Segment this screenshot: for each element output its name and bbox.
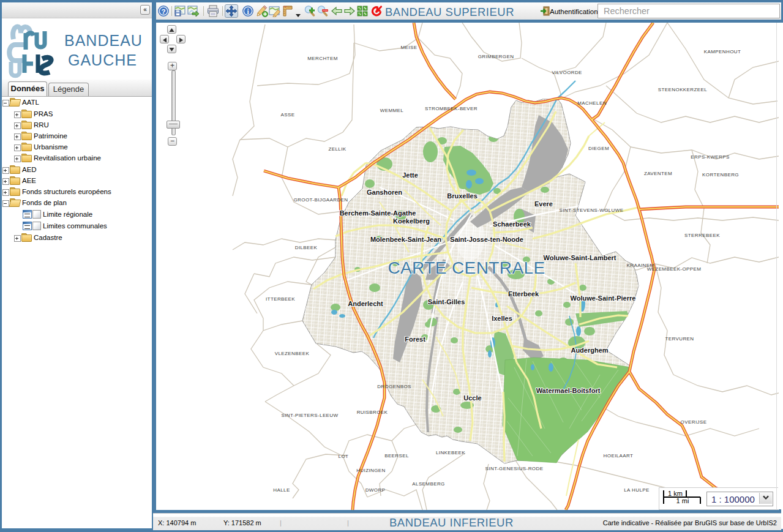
svg-text:Schaerbeek: Schaerbeek bbox=[493, 220, 531, 228]
svg-text:WEZEMBEEK-OPPEM: WEZEMBEEK-OPPEM bbox=[647, 266, 702, 272]
svg-text:DROGENBOS: DROGENBOS bbox=[377, 384, 411, 389]
svg-text:Auderghem: Auderghem bbox=[571, 347, 608, 354]
svg-text:SINT-PIETERS-LEEUW: SINT-PIETERS-LEEUW bbox=[282, 413, 339, 418]
svg-text:ASSE: ASSE bbox=[281, 112, 295, 118]
svg-text:ZAVENTEM: ZAVENTEM bbox=[644, 171, 672, 176]
svg-text:HALLE: HALLE bbox=[273, 487, 290, 493]
svg-text:LA HULPE: LA HULPE bbox=[624, 487, 649, 493]
svg-text:STEENOKKERZEEL: STEENOKKERZEEL bbox=[658, 87, 707, 92]
svg-text:OVERIJSE: OVERIJSE bbox=[681, 419, 707, 425]
svg-text:LOT: LOT bbox=[339, 454, 349, 459]
svg-text:Molenbeek-Saint-Jean: Molenbeek-Saint-Jean bbox=[370, 236, 441, 243]
svg-text:STROMBEEK-BEVER: STROMBEEK-BEVER bbox=[425, 106, 478, 111]
svg-text:Woluwe-Saint-Pierre: Woluwe-Saint-Pierre bbox=[571, 294, 636, 302]
svg-text:Anderlecht: Anderlecht bbox=[348, 300, 383, 307]
svg-text:HUIZINGEN: HUIZINGEN bbox=[356, 468, 386, 473]
svg-text:ALSEMBERG: ALSEMBERG bbox=[412, 481, 444, 487]
svg-text:Bruxelles: Bruxelles bbox=[447, 192, 478, 200]
svg-text:WEMMEL: WEMMEL bbox=[380, 108, 404, 113]
svg-text:KAMPENHOUT: KAMPENHOUT bbox=[704, 49, 741, 54]
svg-text:MACHELEN: MACHELEN bbox=[577, 100, 607, 106]
svg-text:1 mi: 1 mi bbox=[676, 497, 689, 504]
svg-text:Forest: Forest bbox=[405, 335, 425, 343]
svg-text:CARTE CENTRALE: CARTE CENTRALE bbox=[388, 258, 545, 277]
svg-text:VLEZENBEEK: VLEZENBEEK bbox=[275, 351, 310, 356]
svg-text:Jette: Jette bbox=[402, 171, 418, 179]
svg-text:GROOT-BIJGAARDEN: GROOT-BIJGAARDEN bbox=[293, 197, 348, 203]
svg-text:TERVUREN: TERVUREN bbox=[665, 336, 694, 342]
svg-text:MERCHTEM: MERCHTEM bbox=[307, 56, 337, 61]
svg-text:?: ? bbox=[161, 8, 165, 15]
svg-text:Uccle: Uccle bbox=[463, 394, 481, 402]
svg-text:Ganshoren: Ganshoren bbox=[367, 189, 402, 196]
svg-text:Watermael-Boitsfort: Watermael-Boitsfort bbox=[536, 387, 601, 394]
svg-text:LINKEBEEK: LINKEBEEK bbox=[436, 450, 465, 455]
svg-text:MEISE: MEISE bbox=[401, 45, 418, 50]
svg-text:Berchem-Sainte-Agathe: Berchem-Sainte-Agathe bbox=[340, 209, 416, 217]
svg-text:STERREBEEK: STERREBEEK bbox=[684, 233, 720, 238]
svg-text:BEERSEL: BEERSEL bbox=[384, 453, 409, 459]
svg-text:DIEGEM: DIEGEM bbox=[588, 146, 609, 151]
svg-text:SINT-GENESIUS-RODE: SINT-GENESIUS-RODE bbox=[485, 466, 544, 471]
svg-text:Saint-Gilles: Saint-Gilles bbox=[428, 298, 465, 305]
svg-text:DWORP: DWORP bbox=[365, 487, 386, 493]
svg-text:GRIMBERGEN: GRIMBERGEN bbox=[478, 54, 514, 59]
svg-text:Saint-Josse-ten-Noode: Saint-Josse-ten-Noode bbox=[450, 236, 523, 243]
svg-text:Koekelberg: Koekelberg bbox=[393, 217, 430, 225]
svg-text:Ixelles: Ixelles bbox=[492, 315, 512, 322]
svg-text:1 km: 1 km bbox=[668, 490, 683, 497]
svg-text:HOEILAART: HOEILAART bbox=[604, 453, 634, 459]
svg-text:DILBEEK: DILBEEK bbox=[295, 245, 318, 250]
svg-text:Etterbeek: Etterbeek bbox=[508, 290, 539, 298]
svg-text:Woluwe-Saint-Lambert: Woluwe-Saint-Lambert bbox=[544, 254, 616, 261]
svg-text:RUISBROEK: RUISBROEK bbox=[357, 410, 388, 415]
svg-text:VILVOORDE: VILVOORDE bbox=[552, 70, 582, 75]
svg-text:Evere: Evere bbox=[534, 200, 553, 208]
svg-text:KORTENBERG: KORTENBERG bbox=[702, 172, 739, 178]
svg-text:ERPS-KWERPS: ERPS-KWERPS bbox=[691, 154, 730, 160]
svg-text:SINT-STEVENS-WOLUWE: SINT-STEVENS-WOLUWE bbox=[560, 208, 624, 213]
svg-text:ZELLIK: ZELLIK bbox=[328, 146, 346, 152]
svg-text:ITTERBEEK: ITTERBEEK bbox=[266, 296, 295, 302]
